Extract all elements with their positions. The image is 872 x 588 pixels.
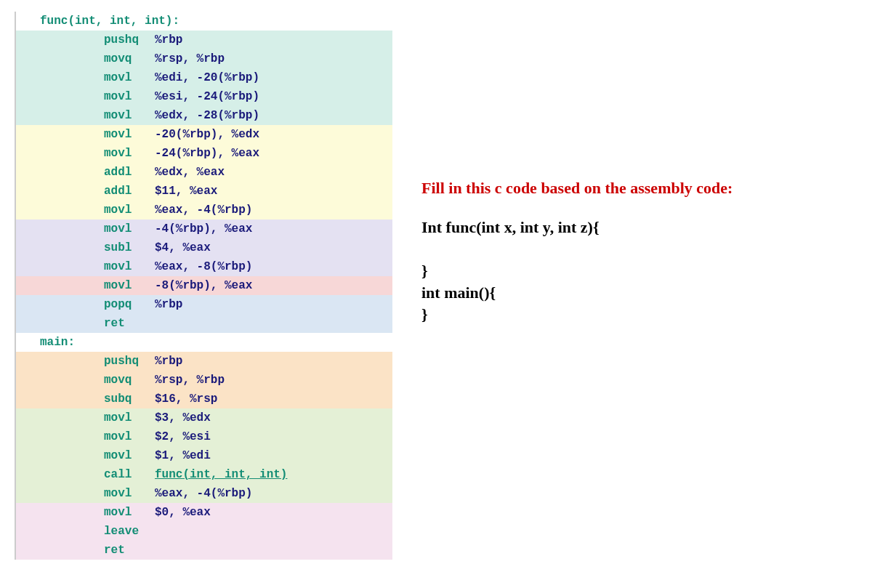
c-code-line: }	[421, 305, 857, 324]
mnemonic: call	[104, 468, 155, 481]
operand: %rbp	[155, 298, 182, 311]
operand: $0, %eax	[155, 506, 211, 519]
asm-line: movl-20(%rbp), %edx	[16, 125, 392, 144]
operand: $2, %esi	[155, 430, 211, 443]
asm-line: movq%rsp, %rbp	[16, 49, 392, 68]
main-body: pushq%rbpmovq%rsp, %rbpsubq$16, %rspmovl…	[16, 352, 392, 560]
asm-code: movq%rsp, %rbp	[40, 52, 225, 65]
asm-code: movl%eax, -4(%rbp)	[40, 487, 252, 500]
asm-line: subq$16, %rsp	[16, 390, 392, 408]
asm-code: callfunc(int, int, int)	[40, 468, 287, 481]
func-body: pushq%rbpmovq%rsp, %rbpmovl%edi, -20(%rb…	[16, 31, 392, 333]
asm-line: movl%eax, -8(%rbp)	[16, 257, 392, 276]
mnemonic: ret	[104, 317, 155, 330]
operand: $1, %edi	[155, 449, 211, 462]
mnemonic: pushq	[104, 33, 155, 47]
asm-line: movq%rsp, %rbp	[16, 371, 392, 390]
asm-code: movl$3, %edx	[40, 411, 211, 424]
operand: %edi, -20(%rbp)	[155, 71, 259, 84]
operand: $3, %edx	[155, 411, 211, 424]
code-block: func(int, int, int): pushq%rbpmovq%rsp, …	[15, 12, 392, 560]
c-code-line	[421, 240, 857, 259]
operand: $11, %eax	[155, 185, 217, 198]
asm-line: movl-24(%rbp), %eax	[16, 144, 392, 163]
func-label: func(int, int, int):	[40, 15, 179, 28]
operand: -4(%rbp), %eax	[155, 222, 252, 235]
mnemonic: subl	[104, 241, 155, 254]
asm-code: movl$2, %esi	[40, 430, 211, 443]
asm-line: movl%edi, -20(%rbp)	[16, 68, 392, 87]
asm-code: movl%eax, -8(%rbp)	[40, 260, 252, 273]
operand: %eax, -4(%rbp)	[155, 204, 252, 217]
asm-line: movl%edx, -28(%rbp)	[16, 106, 392, 125]
asm-line: subl$4, %eax	[16, 238, 392, 257]
c-code-line: }	[421, 262, 857, 281]
operand: %edx, %eax	[155, 166, 225, 179]
asm-code: addl$11, %eax	[40, 185, 217, 198]
asm-code: addl%edx, %eax	[40, 166, 225, 179]
operand: %rsp, %rbp	[155, 52, 225, 65]
operand: -20(%rbp), %edx	[155, 128, 259, 141]
asm-code: movl-20(%rbp), %edx	[40, 128, 259, 141]
mnemonic: movl	[104, 109, 155, 122]
asm-code: subq$16, %rsp	[40, 392, 217, 406]
asm-line: ret	[16, 541, 392, 560]
question-column: Fill in this c code based on the assembl…	[392, 12, 857, 560]
c-code-line: int main(){	[421, 283, 857, 302]
mnemonic: movl	[104, 411, 155, 424]
call-target: func(int, int, int)	[155, 468, 287, 481]
mnemonic: movl	[104, 128, 155, 141]
asm-code: pushq%rbp	[40, 355, 182, 368]
mnemonic: movl	[104, 506, 155, 519]
asm-code: popq%rbp	[40, 298, 182, 311]
func-label-line: func(int, int, int):	[16, 12, 392, 31]
mnemonic: movl	[104, 430, 155, 443]
asm-line: leave	[16, 522, 392, 541]
asm-code: movl-4(%rbp), %eax	[40, 222, 252, 235]
c-code-skeleton: Int func(int x, int y, int z){}int main(…	[421, 218, 857, 324]
asm-line: movl$0, %eax	[16, 503, 392, 522]
c-code-line: Int func(int x, int y, int z){	[421, 218, 857, 237]
operand: %rbp	[155, 33, 182, 47]
mnemonic: leave	[104, 525, 155, 538]
mnemonic: movq	[104, 52, 155, 65]
asm-line: popq%rbp	[16, 295, 392, 314]
main-label: main:	[40, 336, 75, 349]
asm-code: subl$4, %eax	[40, 241, 211, 254]
assembly-code-column: func(int, int, int): pushq%rbpmovq%rsp, …	[15, 12, 392, 560]
asm-code: movq%rsp, %rbp	[40, 374, 225, 387]
asm-code: movl%eax, -4(%rbp)	[40, 204, 252, 217]
asm-code: pushq%rbp	[40, 33, 182, 47]
mnemonic: movl	[104, 222, 155, 235]
main-label-line: main:	[16, 333, 392, 352]
asm-code: movl$0, %eax	[40, 506, 211, 519]
mnemonic: pushq	[104, 355, 155, 368]
mnemonic: popq	[104, 298, 155, 311]
operand: %eax, -4(%rbp)	[155, 487, 252, 500]
operand: $4, %eax	[155, 241, 211, 254]
operand: -24(%rbp), %eax	[155, 147, 259, 160]
asm-line: addl%edx, %eax	[16, 163, 392, 182]
asm-line: movl%eax, -4(%rbp)	[16, 484, 392, 503]
operand: $16, %rsp	[155, 392, 217, 406]
operand: %eax, -8(%rbp)	[155, 260, 252, 273]
asm-code: movl-8(%rbp), %eax	[40, 279, 252, 292]
asm-line: movl$2, %esi	[16, 427, 392, 446]
asm-line: movl%eax, -4(%rbp)	[16, 201, 392, 220]
asm-code: movl%edx, -28(%rbp)	[40, 109, 259, 122]
asm-code: movl%esi, -24(%rbp)	[40, 90, 259, 103]
mnemonic: subq	[104, 392, 155, 406]
asm-line: ret	[16, 314, 392, 333]
mnemonic: movl	[104, 487, 155, 500]
asm-line: movl%esi, -24(%rbp)	[16, 87, 392, 106]
mnemonic: movl	[104, 71, 155, 84]
asm-code: movl$1, %edi	[40, 449, 211, 462]
mnemonic: movq	[104, 374, 155, 387]
operand: %rsp, %rbp	[155, 374, 225, 387]
asm-line: movl$3, %edx	[16, 408, 392, 427]
mnemonic: movl	[104, 204, 155, 217]
mnemonic: movl	[104, 260, 155, 273]
operand: %rbp	[155, 355, 182, 368]
operand: %esi, -24(%rbp)	[155, 90, 259, 103]
asm-line: movl$1, %edi	[16, 446, 392, 465]
